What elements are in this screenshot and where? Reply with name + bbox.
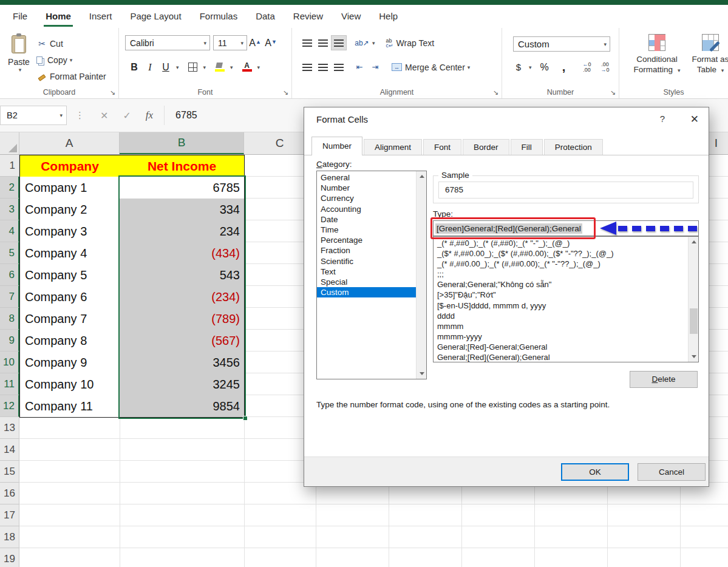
chevron-down-icon[interactable]: ▾ <box>529 64 532 70</box>
chevron-down-icon[interactable]: ▾ <box>176 64 179 70</box>
increase-font-size-button[interactable]: A▲ <box>247 35 263 50</box>
top-align-button[interactable] <box>299 35 315 50</box>
cell-a11[interactable]: Company 10 <box>19 373 120 396</box>
cell-b1-net-income-header[interactable]: Net Income <box>120 155 245 177</box>
row-header-12[interactable]: 12 <box>0 395 19 417</box>
middle-align-button[interactable] <box>315 35 331 50</box>
cell-a4[interactable]: Company 3 <box>19 220 120 243</box>
ribbon-tab-review[interactable]: Review <box>284 5 332 28</box>
row-header-2[interactable]: 2 <box>0 177 19 199</box>
row-header-13[interactable]: 13 <box>0 417 19 439</box>
format-as-table-button[interactable]: Format asTable ▾ <box>684 29 728 87</box>
comma-style-button[interactable]: , <box>556 59 572 75</box>
type-scrollbar[interactable] <box>688 237 698 362</box>
row-header-10[interactable]: 10 <box>0 351 19 373</box>
cell-a3[interactable]: Company 2 <box>19 199 120 221</box>
select-all-corner[interactable] <box>0 132 19 154</box>
row-header-1[interactable]: 1 <box>0 155 19 177</box>
cell-a2[interactable]: Company 1 <box>19 177 120 199</box>
category-item-text[interactable]: Text <box>317 267 416 277</box>
cell-a7[interactable]: Company 6 <box>19 286 120 308</box>
scroll-up-icon[interactable] <box>689 237 699 247</box>
column-header-a[interactable]: A <box>19 132 120 154</box>
row-header-16[interactable]: 16 <box>0 483 19 504</box>
row-header-7[interactable]: 7 <box>0 286 19 308</box>
align-right-button[interactable] <box>331 59 347 75</box>
dialog-tab-alignment[interactable]: Alignment <box>364 139 422 155</box>
chevron-down-icon[interactable]: ▾ <box>203 64 206 70</box>
bottom-align-button[interactable] <box>331 35 347 50</box>
font-dialog-launcher-icon[interactable]: ↘ <box>283 89 288 97</box>
cell-b2[interactable]: 6785 <box>120 177 245 199</box>
dialog-help-icon[interactable]: ? <box>660 114 665 124</box>
decrease-indent-button[interactable]: ⇤ <box>352 59 367 75</box>
scrollbar-thumb[interactable] <box>690 308 698 334</box>
number-format-select[interactable]: Custom ▾ <box>513 36 610 52</box>
row-header-19[interactable]: 19 <box>0 548 19 567</box>
accounting-format-button[interactable]: $ <box>511 59 526 75</box>
ribbon-tab-page-layout[interactable]: Page Layout <box>121 5 190 28</box>
italic-button[interactable]: I <box>142 59 158 75</box>
alignment-dialog-launcher-icon[interactable]: ↘ <box>493 89 498 97</box>
category-item-number[interactable]: Number <box>317 183 416 193</box>
cell-a10[interactable]: Company 9 <box>19 351 120 374</box>
insert-function-icon[interactable]: fx <box>146 109 153 121</box>
dialog-tab-font[interactable]: Font <box>423 139 461 155</box>
row-header-9[interactable]: 9 <box>0 330 19 351</box>
cell-b9[interactable]: (567) <box>120 330 245 352</box>
cell-a12[interactable]: Company 11 <box>19 395 120 418</box>
type-input[interactable]: [Green]General;[Red](General);General <box>433 220 699 236</box>
bold-button[interactable]: B <box>126 59 142 75</box>
dialog-tab-fill[interactable]: Fill <box>511 139 543 155</box>
type-code-item-4[interactable]: General;General;"Không có sẵn" <box>434 279 688 290</box>
type-code-item-7[interactable]: dddd <box>434 311 688 321</box>
align-left-button[interactable] <box>299 59 315 75</box>
cancel-button[interactable]: Cancel <box>638 463 706 481</box>
cell-a1-company-header[interactable]: Company <box>19 155 120 177</box>
fill-color-button[interactable] <box>212 59 228 75</box>
cell-b3[interactable]: 334 <box>120 199 245 221</box>
type-code-item-10[interactable]: General;[Red]-General;General <box>434 342 688 352</box>
type-code-item-11[interactable]: General;[Red](General);General <box>434 352 688 362</box>
increase-indent-button[interactable]: ⇥ <box>367 59 383 75</box>
type-code-item-8[interactable]: mmmm <box>434 321 688 331</box>
increase-decimal-button[interactable]: ←0.00 <box>579 59 595 75</box>
row-header-8[interactable]: 8 <box>0 308 19 330</box>
dialog-tab-number[interactable]: Number <box>311 137 362 155</box>
row-header-17[interactable]: 17 <box>0 504 19 526</box>
number-dialog-launcher-icon[interactable]: ↘ <box>610 89 616 97</box>
scroll-down-icon[interactable] <box>689 351 699 362</box>
font-name-select[interactable]: Calibri ▾ <box>125 35 210 50</box>
category-item-custom[interactable]: Custom <box>317 287 416 297</box>
type-code-item-0[interactable]: _(* #,##0_);_(* (#,##0);_(* "-"_);_(@_) <box>434 238 688 248</box>
type-code-item-6[interactable]: [$-en-US]dddd, mmmm d, yyyy <box>434 300 688 311</box>
enter-entry-icon[interactable]: ✓ <box>123 110 131 121</box>
wrap-text-button[interactable]: abc↵ Wrap Text <box>386 38 435 48</box>
category-item-fraction[interactable]: Fraction <box>317 245 416 256</box>
type-code-item-2[interactable]: _(* #,##0.00_);_(* (#,##0.00);_(* "-"??_… <box>434 259 688 269</box>
cell-b7[interactable]: (234) <box>120 286 245 308</box>
category-item-accounting[interactable]: Accounting <box>317 204 416 214</box>
chevron-down-icon[interactable]: ▾ <box>230 64 233 70</box>
dialog-tab-border[interactable]: Border <box>463 139 509 155</box>
column-header-b[interactable]: B <box>120 132 244 154</box>
decrease-decimal-button[interactable]: .00→0 <box>597 59 613 75</box>
ribbon-tab-formulas[interactable]: Formulas <box>191 5 247 28</box>
cancel-entry-icon[interactable]: ✕ <box>100 110 108 121</box>
clipboard-dialog-launcher-icon[interactable]: ↘ <box>110 89 115 97</box>
scroll-down-icon[interactable] <box>417 368 427 379</box>
font-color-button[interactable]: A <box>239 59 255 75</box>
category-scrollbar[interactable] <box>416 171 426 379</box>
category-item-percentage[interactable]: Percentage <box>317 235 416 245</box>
type-code-item-1[interactable]: _($* #,##0.00_);_($* (#,##0.00);_($* "-"… <box>434 248 688 259</box>
paste-button[interactable]: Paste ▾ <box>5 34 33 90</box>
cell-a9[interactable]: Company 8 <box>19 330 120 352</box>
conditional-formatting-button[interactable]: ConditionalFormatting ▾ <box>630 29 684 87</box>
cell-b4[interactable]: 234 <box>120 220 245 243</box>
category-item-general[interactable]: General <box>317 172 416 183</box>
row-header-3[interactable]: 3 <box>0 199 19 220</box>
ribbon-tab-data[interactable]: Data <box>247 5 284 28</box>
font-size-select[interactable]: 11 ▾ <box>213 35 247 50</box>
orientation-button[interactable]: ab↗ <box>354 35 370 50</box>
name-box[interactable]: B2 ▾ <box>0 106 67 125</box>
